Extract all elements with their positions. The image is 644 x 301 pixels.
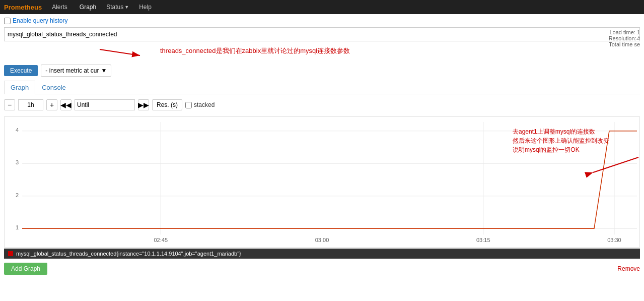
tabs-row: Graph Console: [4, 81, 640, 94]
chart-annotation: 去agent1上调整mysql的连接数 然后来这个图形上确认能监控到改变 说明m…: [513, 127, 609, 154]
tab-graph[interactable]: Graph: [4, 81, 35, 94]
load-time: Load time: 1: [609, 29, 640, 35]
svg-text:03:30: 03:30: [607, 237, 621, 243]
navbar: Prometheus Alerts Graph Status ▼ Help: [0, 0, 644, 14]
svg-text:02:45: 02:45: [154, 237, 168, 243]
bottom-bar: Add Graph Remove: [4, 263, 640, 275]
insert-metric-button[interactable]: - insert metric at cur ▼: [41, 65, 111, 77]
legend-series: mysql_global_status_threads_connected{in…: [16, 251, 241, 257]
execute-button[interactable]: Execute: [4, 65, 38, 76]
right-info: Load time: 1 Resolution: * Total time se: [609, 29, 640, 47]
query-input[interactable]: [4, 27, 640, 41]
nav-alerts[interactable]: Alerts: [50, 3, 69, 12]
total-time: Total time se: [609, 41, 640, 47]
insert-dropdown-icon: ▼: [101, 67, 107, 74]
chart-arrow-svg: [583, 152, 640, 177]
stacked-checkbox[interactable]: [185, 102, 192, 108]
resolution-button[interactable]: Res. (s): [152, 99, 182, 110]
zoom-out-button[interactable]: −: [4, 99, 15, 110]
remove-button[interactable]: Remove: [617, 265, 640, 272]
svg-text:3: 3: [16, 159, 19, 165]
range-input[interactable]: [18, 99, 43, 110]
zoom-in-button[interactable]: +: [46, 99, 57, 110]
add-graph-button[interactable]: Add Graph: [4, 263, 47, 275]
svg-text:2: 2: [16, 192, 19, 198]
svg-text:4: 4: [16, 127, 19, 133]
query-row: ⊿: [4, 27, 640, 41]
tab-console[interactable]: Console: [35, 81, 73, 94]
insert-metric-label: - insert metric at cur: [45, 67, 99, 74]
query-history-label[interactable]: Enable query history: [4, 17, 67, 24]
legend-bar: mysql_global_status_threads_connected{in…: [4, 249, 640, 259]
nav-graph[interactable]: Graph: [78, 3, 98, 12]
nav-help[interactable]: Help: [137, 3, 154, 12]
resolution: Resolution: *: [609, 35, 640, 41]
chart-wrapper: 4 3 2 1 02:45 03:00 03:15 03:30: [4, 116, 640, 248]
status-dropdown-icon: ▼: [124, 5, 129, 10]
stacked-text: stacked: [194, 101, 214, 108]
annotation-text: threads_connected是我们在zabbix里就讨论过的mysql连接…: [160, 46, 350, 55]
stacked-label[interactable]: stacked: [185, 101, 214, 108]
annotation-wrapper: threads_connected是我们在zabbix里就讨论过的mysql连接…: [4, 44, 640, 63]
forward-button[interactable]: ▶▶: [138, 99, 149, 110]
nav-brand[interactable]: Prometheus: [4, 4, 42, 11]
svg-line-1: [100, 49, 140, 55]
svg-line-19: [593, 157, 638, 172]
svg-text:1: 1: [16, 224, 19, 230]
main-content: Enable query history ⊿ threads_connected…: [0, 14, 644, 278]
svg-text:03:15: 03:15: [476, 237, 490, 243]
query-history-link[interactable]: Enable query history: [13, 17, 67, 24]
nav-status[interactable]: Status ▼: [106, 4, 129, 11]
back-button[interactable]: ◀◀: [60, 99, 71, 110]
btn-row: Execute - insert metric at cur ▼: [4, 65, 640, 77]
legend-color: [8, 251, 13, 256]
query-section: ⊿ threads_connected是我们在zabbix里就讨论过的mysql…: [4, 27, 640, 63]
svg-text:03:00: 03:00: [315, 237, 329, 243]
graph-controls: − + ◀◀ ▶▶ Res. (s) stacked: [4, 97, 640, 112]
query-history-row: Enable query history: [4, 17, 640, 24]
chart-annotation-line1: 去agent1上调整mysql的连接数: [513, 127, 609, 136]
chart-annotation-line2: 然后来这个图形上确认能监控到改变: [513, 136, 609, 145]
query-history-checkbox[interactable]: [4, 18, 11, 24]
until-input[interactable]: [75, 99, 135, 110]
